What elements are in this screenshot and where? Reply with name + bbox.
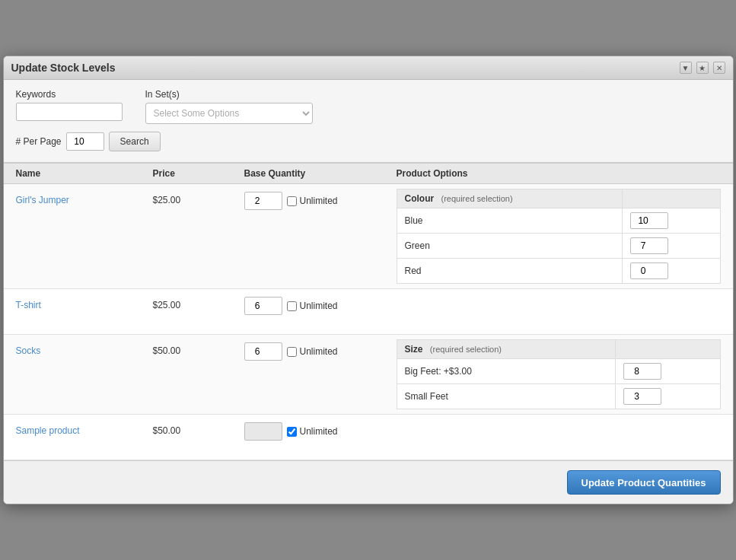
sets-group: In Set(s) Select Some Options bbox=[145, 89, 313, 124]
product-options-cell bbox=[397, 415, 721, 430]
close-icon[interactable]: ✕ bbox=[713, 62, 725, 74]
product-price-cell: $25.00 bbox=[153, 289, 244, 321]
options-header-row: Colour (required selection) bbox=[397, 189, 720, 208]
option-label: Green bbox=[397, 234, 622, 259]
option-label: Big Feet: +$3.00 bbox=[397, 359, 616, 384]
options-group-name: Size (required selection) bbox=[397, 340, 616, 359]
product-name-cell: Girl's Jumper bbox=[16, 184, 153, 216]
option-qty-cell bbox=[622, 234, 720, 259]
keywords-input[interactable] bbox=[16, 103, 123, 121]
table-row: Sample product $50.00 Unlimited bbox=[4, 415, 733, 460]
main-content: Name Price Base Quantity Product Options… bbox=[4, 163, 733, 460]
unlimited-checkbox-label[interactable]: Unlimited bbox=[287, 426, 338, 437]
unlimited-label: Unlimited bbox=[300, 301, 338, 311]
product-qty-cell: Unlimited bbox=[244, 415, 397, 448]
col-price: Price bbox=[153, 168, 244, 179]
title-bar-controls: ▼ ★ ✕ bbox=[680, 62, 725, 74]
main-window: Update Stock Levels ▼ ★ ✕ Keywords In Se… bbox=[3, 56, 734, 504]
unlimited-label: Unlimited bbox=[300, 346, 338, 357]
product-options-cell: Colour (required selection) Blue Green R… bbox=[397, 184, 721, 288]
options-table: Size (required selection) Big Feet: +$3.… bbox=[397, 339, 721, 409]
col-qty: Base Quantity bbox=[244, 168, 397, 179]
product-qty-cell: Unlimited bbox=[244, 184, 397, 218]
option-qty-cell bbox=[622, 208, 720, 234]
product-link[interactable]: Sample product bbox=[16, 425, 80, 436]
product-link[interactable]: T-shirt bbox=[16, 300, 41, 310]
required-label: (required selection) bbox=[441, 194, 513, 203]
product-name-cell: T-shirt bbox=[16, 289, 153, 321]
unlimited-checkbox-label[interactable]: Unlimited bbox=[287, 196, 338, 206]
product-options-cell: Size (required selection) Big Feet: +$3.… bbox=[397, 335, 721, 414]
table-row: T-shirt $25.00 Unlimited bbox=[4, 289, 733, 335]
table-row: Girl's Jumper $25.00 Unlimited Colour (r… bbox=[4, 184, 733, 289]
col-name: Name bbox=[16, 168, 153, 179]
option-qty-input[interactable] bbox=[623, 388, 661, 405]
star-icon[interactable]: ★ bbox=[696, 62, 709, 74]
sets-label: In Set(s) bbox=[145, 89, 313, 100]
option-qty-cell bbox=[622, 259, 720, 284]
product-link[interactable]: Socks bbox=[16, 345, 41, 356]
update-quantities-button[interactable]: Update Product Quantities bbox=[567, 470, 721, 495]
qty-input[interactable] bbox=[244, 342, 282, 361]
options-qty-header bbox=[622, 189, 720, 208]
qty-input[interactable] bbox=[244, 297, 282, 315]
product-name-cell: Sample product bbox=[16, 415, 153, 447]
option-label: Red bbox=[397, 259, 622, 284]
product-link[interactable]: Girl's Jumper bbox=[16, 195, 69, 205]
product-qty-cell: Unlimited bbox=[244, 289, 397, 323]
unlimited-checkbox[interactable] bbox=[287, 196, 297, 206]
product-options-cell bbox=[397, 289, 721, 304]
product-name-cell: Socks bbox=[16, 335, 153, 367]
option-row: Big Feet: +$3.00 bbox=[397, 359, 720, 384]
option-qty-cell bbox=[616, 384, 720, 409]
required-label: (required selection) bbox=[430, 345, 502, 354]
option-qty-input[interactable] bbox=[623, 363, 661, 380]
unlimited-label: Unlimited bbox=[300, 426, 338, 437]
option-qty-input[interactable] bbox=[630, 262, 668, 279]
per-page-input[interactable] bbox=[66, 132, 104, 151]
unlimited-checkbox[interactable] bbox=[287, 301, 297, 311]
option-row: Red bbox=[397, 259, 720, 284]
option-row: Small Feet bbox=[397, 384, 720, 409]
search-panel: Keywords In Set(s) Select Some Options #… bbox=[4, 80, 733, 163]
option-qty-cell bbox=[616, 359, 720, 384]
table-header: Name Price Base Quantity Product Options bbox=[4, 164, 733, 184]
footer: Update Product Quantities bbox=[4, 460, 733, 504]
keywords-label: Keywords bbox=[16, 89, 123, 100]
product-price-cell: $25.00 bbox=[153, 184, 244, 216]
option-label: Blue bbox=[397, 208, 622, 234]
option-qty-input[interactable] bbox=[630, 237, 668, 254]
option-label: Small Feet bbox=[397, 384, 616, 409]
options-group-name: Colour (required selection) bbox=[397, 189, 622, 208]
product-qty-cell: Unlimited bbox=[244, 335, 397, 368]
window-title: Update Stock Levels bbox=[11, 62, 116, 74]
option-qty-input[interactable] bbox=[630, 212, 668, 229]
options-qty-header bbox=[616, 340, 720, 359]
option-row: Green bbox=[397, 234, 720, 259]
options-table: Colour (required selection) Blue Green R… bbox=[397, 189, 721, 284]
search-button[interactable]: Search bbox=[109, 132, 161, 151]
qty-input[interactable] bbox=[244, 192, 282, 210]
sets-select[interactable]: Select Some Options bbox=[145, 103, 313, 124]
unlimited-checkbox[interactable] bbox=[287, 347, 297, 357]
per-page-label: # Per Page bbox=[16, 136, 62, 147]
qty-input[interactable] bbox=[244, 422, 282, 441]
unlimited-checkbox-label[interactable]: Unlimited bbox=[287, 346, 338, 357]
unlimited-label: Unlimited bbox=[300, 196, 338, 206]
dropdown-icon[interactable]: ▼ bbox=[680, 62, 692, 74]
search-row: Keywords In Set(s) Select Some Options bbox=[16, 89, 721, 124]
title-bar: Update Stock Levels ▼ ★ ✕ bbox=[4, 56, 733, 80]
unlimited-checkbox[interactable] bbox=[287, 427, 297, 437]
per-page-row: # Per Page Search bbox=[16, 132, 721, 151]
keywords-group: Keywords bbox=[16, 89, 123, 121]
product-price-cell: $50.00 bbox=[153, 415, 244, 447]
product-price-cell: $50.00 bbox=[153, 335, 244, 367]
option-row: Blue bbox=[397, 208, 720, 234]
options-header-row: Size (required selection) bbox=[397, 340, 720, 359]
table-row: Socks $50.00 Unlimited Size (required se… bbox=[4, 335, 733, 415]
unlimited-checkbox-label[interactable]: Unlimited bbox=[287, 301, 338, 311]
col-options: Product Options bbox=[397, 168, 721, 179]
